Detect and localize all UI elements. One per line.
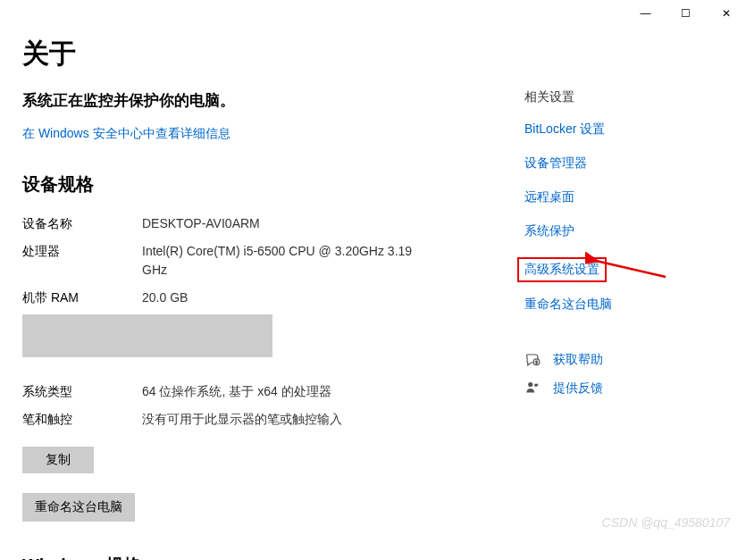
spec-row-device-id: 设备 ID — [22, 316, 487, 335]
rename-pc-button[interactable]: 重命名这台电脑 — [22, 493, 135, 522]
device-name-label: 设备名称 — [22, 214, 142, 233]
bitlocker-link[interactable]: BitLocker 设置 — [524, 121, 685, 138]
pen-touch-value: 没有可用于此显示器的笔或触控输入 — [142, 410, 342, 429]
minimize-button[interactable]: — — [625, 0, 666, 27]
help-section: ? 获取帮助 提供反馈 — [524, 352, 685, 397]
chat-help-icon: ? — [524, 352, 541, 368]
get-help-row[interactable]: ? 获取帮助 — [524, 352, 685, 368]
rename-pc-link[interactable]: 重命名这台电脑 — [524, 297, 685, 313]
system-type-label: 系统类型 — [22, 382, 142, 401]
ram-value: 20.0 GB — [142, 288, 188, 307]
advanced-system-settings-highlight: 高级系统设置 — [517, 257, 607, 282]
spec-row-system-type: 系统类型 64 位操作系统, 基于 x64 的处理器 — [22, 382, 487, 401]
device-id-redacted — [22, 314, 272, 357]
feedback-icon — [524, 380, 541, 397]
protection-status: 系统正在监控并保护你的电脑。 — [22, 90, 487, 111]
remote-desktop-link[interactable]: 远程桌面 — [524, 189, 685, 205]
get-help-link[interactable]: 获取帮助 — [553, 352, 603, 368]
device-manager-link[interactable]: 设备管理器 — [524, 155, 685, 171]
window-controls: — ☐ ✕ — [625, 0, 746, 27]
feedback-link[interactable]: 提供反馈 — [553, 380, 603, 397]
spec-row-pen-touch: 笔和触控 没有可用于此显示器的笔或触控输入 — [22, 410, 487, 429]
processor-label: 处理器 — [22, 242, 142, 280]
device-specs-heading: 设备规格 — [22, 172, 487, 196]
device-name-value: DESKTOP-AVI0ARM — [142, 214, 260, 233]
processor-value: Intel(R) Core(TM) i5-6500 CPU @ 3.20GHz … — [142, 242, 428, 280]
spec-row-ram: 机带 RAM 20.0 GB — [22, 288, 487, 307]
copy-button[interactable]: 复制 — [22, 447, 94, 473]
windows-specs-heading: Windows 规格 — [22, 554, 487, 560]
maximize-button[interactable]: ☐ — [666, 0, 706, 27]
system-type-value: 64 位操作系统, 基于 x64 的处理器 — [142, 382, 331, 401]
close-button[interactable]: ✕ — [706, 0, 746, 27]
security-center-link[interactable]: 在 Windows 安全中心中查看详细信息 — [22, 126, 231, 142]
page-title: 关于 — [22, 36, 487, 72]
advanced-system-settings-link[interactable]: 高级系统设置 — [524, 262, 599, 278]
system-protection-link[interactable]: 系统保护 — [524, 223, 685, 239]
windows-specs-section: Windows 规格 版本 Windows 10 专业版 — [22, 554, 487, 560]
ram-label: 机带 RAM — [22, 288, 142, 307]
related-settings-sidebar: 相关设置 BitLocker 设置 设备管理器 远程桌面 系统保护 高级系统设置… — [524, 89, 685, 409]
main-content: 关于 系统正在监控并保护你的电脑。 在 Windows 安全中心中查看详细信息 … — [22, 36, 487, 560]
feedback-row[interactable]: 提供反馈 — [524, 380, 685, 397]
watermark: CSDN @qq_49580107 — [602, 515, 730, 530]
svg-point-2 — [528, 382, 532, 387]
related-settings-heading: 相关设置 — [524, 89, 685, 105]
spec-row-processor: 处理器 Intel(R) Core(TM) i5-6500 CPU @ 3.20… — [22, 242, 487, 280]
spec-row-device-name: 设备名称 DESKTOP-AVI0ARM — [22, 214, 487, 233]
pen-touch-label: 笔和触控 — [22, 410, 142, 429]
